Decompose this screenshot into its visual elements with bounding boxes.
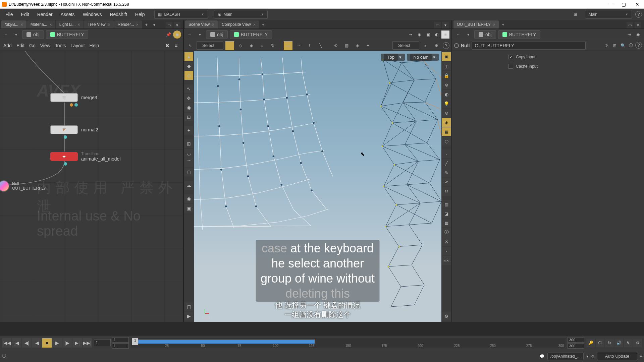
tab-render[interactable]: Render...✕ [114,20,142,28]
snap1-icon[interactable]: ⊞ [184,139,193,148]
maximize-button[interactable]: ▢ [622,2,626,7]
node-animate-all-model[interactable]: ⬌ Transformanimate_all_model [50,152,121,162]
render-region-icon[interactable]: ▢ [184,302,193,311]
operator-name-input[interactable] [472,42,586,50]
move-tool-icon[interactable]: ✥ [184,94,193,103]
add-tab-button[interactable]: + [260,21,267,28]
tab-obj-butterfly[interactable]: /obj/B...✕ [1,20,26,28]
range-end1-input[interactable] [568,337,584,343]
update-mode-dropdown[interactable]: Auto Update [597,352,637,360]
select-group-dropdown[interactable]: Select [392,41,419,50]
path-obj[interactable]: obj [474,30,496,39]
view-tool-icon[interactable]: ▲ [184,52,193,61]
tool-opt3-icon[interactable]: ◈ [353,41,362,50]
tool-opt2-icon[interactable]: ▦ [342,41,351,50]
close-icon[interactable]: ✕ [253,23,256,26]
tab-scene-view[interactable]: Scene View✕ [185,20,218,28]
menu-render[interactable]: Render [34,10,56,18]
magnet-icon[interactable]: ⊓ [184,168,193,176]
close-disp-icon[interactable]: ✕ [442,237,451,246]
follow-icon[interactable]: ◉ [634,31,642,39]
back-button[interactable]: ← [454,31,462,39]
display-opt1-icon[interactable]: ▣ [442,52,451,61]
list-icon[interactable]: ≡ [172,42,180,49]
scale-tool-icon[interactable]: ⊡ [184,113,193,121]
playhead[interactable]: 1 [132,338,138,345]
gear-icon[interactable]: ✲ [603,42,610,49]
close-icon[interactable]: ✕ [493,23,495,26]
snap3-icon[interactable]: ⌒ [184,158,193,167]
history-button[interactable]: ▾ [464,31,472,39]
dot-disp-icon[interactable]: · [442,247,451,255]
cube-icon[interactable]: ▣ [424,31,432,39]
menu-assets[interactable]: Assets [57,10,78,18]
viewport-camera-view[interactable]: Top ▾ [381,54,405,61]
wire-on-shaded-icon[interactable]: ◈ [442,118,451,127]
path-obj[interactable]: obj [206,30,228,39]
add-tab-button[interactable]: + [499,21,507,28]
realtime-button[interactable]: ⏱ [596,339,604,347]
close-icon[interactable]: ✕ [212,23,214,26]
follow-icon[interactable]: ◉ [173,31,181,39]
goto-start-button[interactable]: |◀◀ [2,338,11,348]
laser-select-icon[interactable]: ╲ [316,41,325,50]
toolbar-help-button[interactable]: ? [443,42,449,49]
shelf-tool-2-icon[interactable]: ◇ [184,71,193,80]
refresh-icon[interactable]: ↻ [591,354,594,359]
loop-button[interactable]: ↻ [605,339,614,347]
pane-menu-icon[interactable]: ▾ [635,22,641,28]
layout-icon[interactable]: ⊞ [574,12,577,17]
step-fwd-key-button[interactable]: ▶| [72,338,82,348]
filter-icon[interactable]: ⊞ [611,42,619,49]
help-button[interactable]: ? [635,11,642,18]
cursor-tool-icon[interactable]: ↖ [186,41,195,50]
cook-path[interactable]: /obj/Animated_... [547,353,584,360]
play-forward-button[interactable]: ▶ [52,338,62,348]
param-cache-input[interactable]: Cache Input [455,62,641,70]
pin-icon[interactable]: 📌 [164,31,172,39]
tab-composite-view[interactable]: Composite View✕ [218,20,259,28]
close-window-button[interactable]: ✕ [635,2,639,7]
cook-dropdown-icon[interactable]: ▾ [586,354,588,359]
viewport-camera-name[interactable]: No cam ▾ [407,54,439,61]
param-help-button[interactable]: ? [635,42,642,49]
select-reload-icon[interactable]: ↻ [268,41,277,50]
point-disp-icon[interactable]: · [442,149,451,158]
menu-windows[interactable]: Windows [79,10,105,18]
add-tab-button[interactable]: + [143,21,150,28]
back-button[interactable]: ← [186,31,194,39]
shaded-icon[interactable]: ▦ [442,127,451,136]
key-button[interactable]: 🔑 [586,339,595,347]
desktop-selector[interactable]: ▦ BALASH ▼ [154,10,208,19]
wrench-icon[interactable]: ✖ [164,42,171,49]
maximize-pane-icon[interactable]: ▭ [627,22,633,28]
tab-out-butterfly[interactable]: OUT_BUTTERFLY✕ [453,20,499,28]
info-icon[interactable]: ⓘ [442,228,451,237]
close-icon[interactable]: ✕ [49,23,52,26]
menu-help[interactable]: Help [132,10,148,18]
close-icon[interactable]: ✕ [20,23,23,26]
param-copy-input[interactable]: Copy Input [455,53,641,61]
display-opt2-icon[interactable]: ◫ [442,62,451,70]
snap2-icon[interactable]: ◡ [184,149,193,158]
lock-icon[interactable]: 🔒 [442,71,451,80]
range-start-input[interactable] [112,337,129,343]
menu-edit[interactable]: Edit [18,10,33,18]
back-icon[interactable]: ◪ [442,209,451,218]
box-select-icon[interactable]: ▭ [284,41,292,50]
rotate-tool-icon[interactable]: ◉ [184,103,193,112]
menu-redshift[interactable]: Redshift [106,10,130,18]
net-menu-go[interactable]: Go [29,43,36,48]
net-menu-edit[interactable]: Edit [16,43,24,48]
lasso-select-icon[interactable]: 〰 [294,41,303,50]
display-opt3-icon[interactable]: ⊗ [442,80,451,89]
pane-menu-icon[interactable]: ▾ [442,22,449,28]
cull-icon[interactable]: ▨ [442,200,451,208]
stop-button[interactable]: ■ [42,338,52,348]
camera-icon[interactable]: ▣ [184,204,193,213]
search-icon[interactable]: 🔍 [619,42,627,49]
history-button[interactable]: ▾ [12,31,20,39]
display-opt4-icon[interactable]: ⊙ [442,109,451,117]
ghost-icon[interactable]: ◐ [433,31,441,39]
select-settings-icon[interactable]: ⚙ [432,41,441,50]
